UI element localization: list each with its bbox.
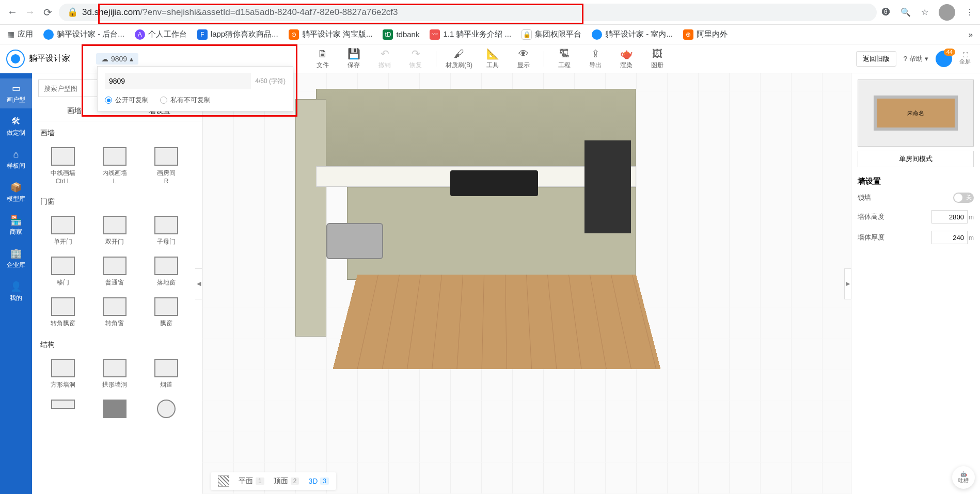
- wall-thickness-label: 墙体厚度: [858, 233, 884, 242]
- tool-sliding-door[interactable]: 移门: [37, 251, 89, 292]
- back-button[interactable]: ←: [6, 6, 19, 19]
- engineering-menu[interactable]: 🏗工程: [554, 47, 575, 70]
- rail-enterprise[interactable]: 🏢企业库: [0, 244, 32, 274]
- char-count: 4/60 (字符): [255, 77, 286, 86]
- redo-icon: ↷: [409, 47, 422, 60]
- view-3d[interactable]: 3D3: [308, 477, 329, 485]
- tool-normal-window[interactable]: 普通窗: [89, 251, 140, 292]
- radio-unchecked-icon: [160, 97, 167, 104]
- bookmark-item[interactable]: Flapp猜你喜欢商品...: [197, 29, 278, 40]
- site-icon: A: [135, 29, 145, 40]
- tool-centerline-wall[interactable]: 中线画墙 Ctrl L: [37, 142, 89, 190]
- display-menu[interactable]: 👁显示: [513, 47, 534, 70]
- bookmark-item[interactable]: 躺平设计家 - 室内...: [592, 29, 673, 40]
- logo[interactable]: 躺平设计家: [0, 50, 93, 68]
- 3d-canvas[interactable]: 平面1 顶面2 3D3: [202, 73, 851, 494]
- shop-icon: 🏪: [10, 215, 22, 226]
- reload-button[interactable]: ⟳: [41, 6, 54, 19]
- site-icon: tD: [383, 29, 393, 40]
- visibility-public-radio[interactable]: 公开可复制: [105, 95, 149, 105]
- save-button[interactable]: 💾保存: [343, 47, 365, 70]
- help-dropdown[interactable]: ?帮助▾: [904, 54, 928, 63]
- tool-arch-opening[interactable]: 拱形墙洞: [89, 354, 140, 394]
- render-button[interactable]: 🫖渲染: [615, 47, 637, 70]
- undo-button[interactable]: ↶撤销: [374, 47, 396, 70]
- tool-extra-2[interactable]: [89, 394, 140, 423]
- return-old-version-button[interactable]: 返回旧版: [856, 51, 896, 67]
- section-title: 结构: [32, 333, 202, 354]
- robot-icon: 🤖: [960, 471, 967, 477]
- zoom-icon[interactable]: 🔍: [900, 7, 911, 17]
- tool-corner-bay-window[interactable]: 转角飘窗: [37, 292, 89, 333]
- bookmark-item[interactable]: 躺平设计家 - 后台...: [43, 29, 124, 40]
- material-brush[interactable]: 🖌材质刷(B): [446, 47, 472, 70]
- bookmark-item[interactable]: A个人工作台: [135, 29, 187, 40]
- fullscreen-button[interactable]: ⛶全屏: [959, 52, 971, 66]
- translate-icon[interactable]: 🅖: [882, 8, 890, 17]
- url-bar[interactable]: 🔒 3d.shejijia.com/?env=shejishi&assetId=…: [59, 4, 877, 21]
- tool-single-door[interactable]: 单开门: [37, 211, 89, 251]
- tool-flue[interactable]: 烟道: [140, 354, 192, 394]
- kebab-menu-icon[interactable]: ⋮: [966, 7, 974, 17]
- tool-extra-3[interactable]: [140, 394, 192, 423]
- user-avatar[interactable]: 44: [936, 51, 952, 67]
- person-icon: 👤: [10, 281, 22, 292]
- bookmarks-bar: ▦应用 躺平设计家 - 后台... A个人工作台 Flapp猜你喜欢商品... …: [0, 25, 980, 44]
- bookmark-item[interactable]: ⊕阿里内外: [683, 29, 728, 40]
- bookmark-item[interactable]: tDtdbank: [383, 29, 419, 40]
- redo-button[interactable]: ↷恢复: [405, 47, 426, 70]
- bookmark-item[interactable]: ⊙躺平设计家 淘宝版...: [289, 29, 373, 40]
- gallery-icon: 🖼: [651, 47, 663, 60]
- hatch-toggle[interactable]: [218, 475, 229, 487]
- rail-model-library[interactable]: 📦模型库: [0, 178, 32, 208]
- file-icon: 🗎: [317, 47, 329, 60]
- tool-floor-window[interactable]: 落地窗: [140, 251, 192, 292]
- profile-avatar[interactable]: [939, 4, 955, 21]
- apps-shortcut[interactable]: ▦应用: [7, 29, 33, 39]
- right-panel-collapse-handle[interactable]: ▶: [844, 268, 851, 299]
- tool-innerline-wall[interactable]: 内线画墙 L: [89, 142, 140, 190]
- rail-mine[interactable]: 👤我的: [0, 277, 32, 307]
- rail-customize[interactable]: 🛠做定制: [0, 111, 32, 141]
- export-button[interactable]: ⇪导出: [584, 47, 606, 70]
- project-name-input[interactable]: [105, 73, 251, 89]
- file-menu[interactable]: 🗎文件: [312, 47, 334, 70]
- tool-draw-room[interactable]: 画房间 R: [140, 142, 192, 190]
- site-icon: ⊕: [683, 29, 693, 40]
- bookmark-item[interactable]: 〰1.1 躺平业务介绍 ...: [430, 29, 511, 40]
- minimap-room: 未命名: [874, 95, 958, 131]
- tools-menu[interactable]: 📐工具: [482, 47, 503, 70]
- main-toolbar: 🗎文件 💾保存 ↶撤销 ↷恢复 🖌材质刷(B) 📐工具 👁显示 🏗工程 ⇪导出 …: [312, 47, 668, 70]
- view-plan[interactable]: 平面1: [239, 476, 264, 486]
- tool-rect-opening[interactable]: 方形墙洞: [37, 354, 89, 394]
- bookmark-star-icon[interactable]: ☆: [921, 7, 928, 17]
- view-top[interactable]: 顶面2: [274, 476, 299, 486]
- palette-collapse-handle[interactable]: ◀: [195, 268, 202, 299]
- bookmark-item[interactable]: 🔒集团权限平台: [521, 29, 581, 40]
- gallery-button[interactable]: 🖼图册: [646, 47, 668, 70]
- rail-merchant[interactable]: 🏪商家: [0, 211, 32, 241]
- project-name-chip[interactable]: ☁ 9809 ▴: [96, 53, 138, 65]
- apps-grid-icon: ▦: [7, 30, 14, 39]
- minimap[interactable]: 未命名: [858, 79, 974, 147]
- single-room-mode-button[interactable]: 单房间模式: [858, 151, 974, 167]
- lock-wall-toggle[interactable]: 关: [953, 193, 974, 203]
- export-icon: ⇪: [589, 47, 602, 60]
- bookmarks-overflow[interactable]: »: [969, 30, 973, 39]
- wall-height-input[interactable]: [931, 210, 968, 224]
- tool-double-door[interactable]: 双开门: [89, 211, 140, 251]
- rail-floorplan[interactable]: ▭画户型: [0, 78, 32, 108]
- tool-corner-window[interactable]: 转角窗: [89, 292, 140, 333]
- forward-button[interactable]: →: [24, 6, 36, 19]
- window-icon: [103, 257, 127, 275]
- wall-thickness-input[interactable]: [931, 231, 968, 244]
- project-name-popup: 4/60 (字符) 公开可复制 私有不可复制: [97, 66, 293, 111]
- app-toolbar: 躺平设计家 ☁ 9809 ▴ 🗎文件 💾保存 ↶撤销 ↷恢复 🖌材质刷(B) 📐…: [0, 44, 980, 73]
- tool-bay-window[interactable]: 飘窗: [140, 292, 192, 333]
- site-icon: 〰: [430, 29, 440, 40]
- rail-showroom[interactable]: ⌂样板间: [0, 145, 32, 174]
- visibility-private-radio[interactable]: 私有不可复制: [160, 95, 211, 105]
- tool-extra-1[interactable]: [37, 394, 89, 423]
- tool-uneven-door[interactable]: 子母门: [140, 211, 192, 251]
- feedback-button[interactable]: 🤖 吐槽: [952, 466, 975, 489]
